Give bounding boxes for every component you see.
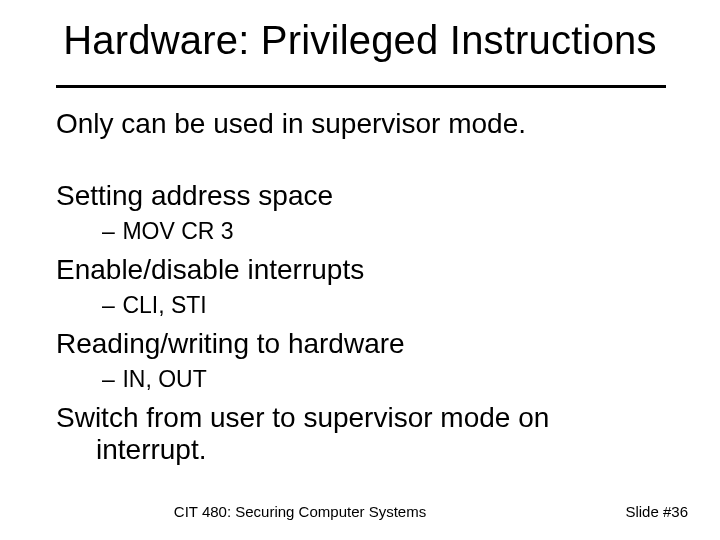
- item-sub: – MOV CR 3: [102, 218, 666, 246]
- dash-icon: –: [102, 218, 116, 246]
- item-sub-text: IN, OUT: [122, 366, 206, 392]
- intro-text: Only can be used in supervisor mode.: [56, 108, 666, 140]
- title-underline: [56, 85, 666, 88]
- item-sub-text: MOV CR 3: [122, 218, 233, 244]
- item-sub-text: CLI, STI: [122, 292, 206, 318]
- closing-line-2: interrupt.: [56, 434, 666, 466]
- dash-icon: –: [102, 366, 116, 394]
- spacer: [56, 146, 666, 180]
- slide: Hardware: Privileged Instructions Only c…: [0, 0, 720, 540]
- slide-title: Hardware: Privileged Instructions: [0, 18, 720, 63]
- footer-course: CIT 480: Securing Computer Systems: [0, 503, 660, 520]
- item-heading: Enable/disable interrupts: [56, 254, 666, 286]
- item-sub: – CLI, STI: [102, 292, 666, 320]
- closing-line-1: Switch from user to supervisor mode on: [56, 402, 666, 434]
- slide-body: Only can be used in supervisor mode. Set…: [56, 108, 666, 472]
- dash-icon: –: [102, 292, 116, 320]
- footer-slide-number: Slide #36: [625, 503, 688, 520]
- item-heading: Reading/writing to hardware: [56, 328, 666, 360]
- item-heading: Setting address space: [56, 180, 666, 212]
- item-sub: – IN, OUT: [102, 366, 666, 394]
